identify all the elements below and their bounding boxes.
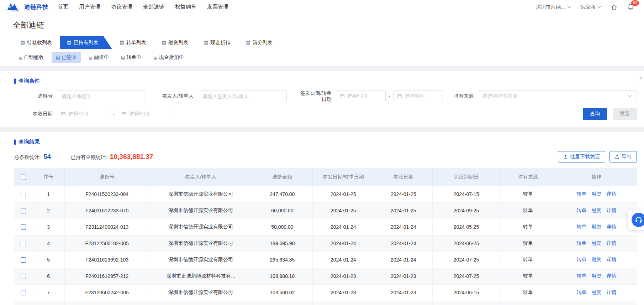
row-checkbox[interactable] [21,290,26,295]
finance-link[interactable]: 融资 [591,273,601,279]
results-panel: 查询结果 总条数统计: 54 已持有金额统计: 10,363,881.37 批量… [0,132,644,305]
reset-button[interactable]: 重置 [613,108,637,120]
transfer-link[interactable]: 转单 [576,240,586,246]
detail-link[interactable]: 详情 [606,240,616,246]
tab-transfer-list[interactable]: ▤ 转单列表 [112,36,154,49]
company-switcher[interactable]: 深圳市海纳... [536,4,571,10]
list-icon: ▤ [246,36,250,49]
menu-item-all-dilian[interactable]: 全部迪链 [143,4,164,10]
tab-financing-list[interactable]: ▤ 融资列表 [154,36,196,49]
issue-date-start-picker[interactable]: 选择时间 [336,90,386,102]
dilian-no-label: 迪链号 [14,93,53,99]
form-icon: ▤ [153,55,157,60]
menu-item-equity-car[interactable]: 权益购车 [175,4,196,10]
table-header-row: 序号 迪链号 签发人/转单人 迪链金额 签发日期/转单日期 签收日期 凭证到期日… [14,168,637,186]
brand-name: 迪链科技 [24,3,48,11]
tab-held-list[interactable]: ▤ 已持有列表 [60,36,112,49]
tab-cash-discount[interactable]: ▤ 现金折扣 [196,36,238,49]
detail-link[interactable]: 详情 [606,207,616,213]
transfer-link[interactable]: 转单 [576,224,586,229]
form-icon: ▤ [89,55,93,60]
form-icon: ▤ [121,55,125,60]
customer-service-widget[interactable] [628,210,644,230]
chevron-down-icon [567,6,571,8]
menu-item-invoice-management[interactable]: 发票管理 [207,4,228,10]
batch-download-button[interactable]: 批量下载凭证 [558,151,605,162]
finance-link[interactable]: 融资 [591,224,601,229]
detail-link[interactable]: 详情 [606,191,616,197]
finance-link[interactable]: 融资 [591,191,601,197]
calendar-icon [122,112,127,117]
table-row: 2 F24011612233-070 深圳市信德开源实业有限公司 60,000.… [14,202,637,219]
col-header-sign-date: 签收日期 [374,168,432,186]
list-icon: ▤ [67,36,71,49]
subtab-cash-discounting[interactable]: ▤ 现金折扣中 [149,52,188,63]
menu-item-home[interactable]: 首页 [58,4,68,10]
menu-item-user-management[interactable]: 用户管理 [79,4,100,10]
transfer-link[interactable]: 转单 [576,289,586,295]
section-separator [0,66,644,71]
calendar-icon [61,112,66,117]
finance-link[interactable]: 融资 [591,207,601,213]
sign-date-label: 签收日期 [14,111,53,117]
sign-date-start-picker[interactable]: 选择时间 [57,108,110,120]
menu-item-agreement-management[interactable]: 协议管理 [111,4,132,10]
collapse-arrow-icon[interactable] [638,77,643,82]
table-row: 3 F23112400024-013 深圳市信德开源实业有限公司 50,000.… [14,219,637,235]
issue-date-label: 签发日期/转单日期 [297,90,332,102]
section-separator [0,127,644,132]
row-checkbox[interactable] [21,224,26,230]
total-count-value: 54 [43,153,51,161]
status-subtabs: ▤ 自动签收 ▤ 已签收 ▤ 融资中 ▤ 转单中 ▤ 现金折扣中 [11,49,644,66]
top-navbar: 迪链科技 首页 用户管理 协议管理 全部迪链 权益购车 发票管理 深圳市海纳..… [0,0,644,14]
subtab-auto-signed[interactable]: ▤ 自动签收 [14,52,48,63]
notification-badge: 93 [631,0,639,6]
home-button[interactable] [611,4,618,11]
finance-link[interactable]: 融资 [591,257,601,262]
col-header-no: 序号 [32,168,65,186]
row-checkbox[interactable] [21,192,26,197]
subtab-transferring[interactable]: ▤ 转单中 [117,52,146,63]
query-section-title: 查询条件 [19,78,40,84]
detail-link[interactable]: 详情 [606,224,616,229]
list-tabs: ▤ 待签收列表 ▤ 已持有列表 ▤ 转单列表 ▤ 融资列表 ▤ 现金折扣 ▤ 清… [11,36,644,49]
search-button[interactable]: 查询 [583,108,607,120]
row-checkbox[interactable] [21,274,26,279]
finance-link[interactable]: 融资 [591,240,601,246]
subtab-financing[interactable]: ▤ 融资中 [84,52,113,63]
finance-link[interactable]: 融资 [591,289,601,295]
chevron-down-icon [628,95,632,98]
issue-date-end-picker[interactable]: 选择时间 [393,90,443,102]
company-name: 深圳市海纳... [536,4,565,10]
tab-pending-sign-list[interactable]: ▤ 待签收列表 [13,36,60,49]
transfer-link[interactable]: 转单 [576,191,586,197]
col-header-dilian-no: 迪链号 [65,168,149,186]
table-row: 5 F24011613692-103 深圳市信德开源实业有限公司 295,634… [14,252,637,268]
held-amount-value: 10,363,881.37 [110,153,153,161]
select-all-checkbox[interactable] [21,175,26,180]
notifications-button[interactable]: 93 [627,3,634,11]
sign-date-end-picker[interactable]: 选择时间 [118,108,171,120]
role-switcher[interactable]: 供应商 [580,4,601,10]
row-checkbox[interactable] [21,241,26,246]
hold-source-select[interactable]: 请选择持有来源 [478,90,637,102]
transfer-link[interactable]: 转单 [576,257,586,262]
export-button[interactable]: 导出 [609,151,637,162]
issuer-input[interactable] [198,90,287,102]
row-checkbox[interactable] [21,257,26,263]
detail-link[interactable]: 详情 [606,273,616,279]
results-section-title: 查询结果 [19,139,40,145]
app-logo-icon [5,2,21,12]
customer-service-icon [632,213,644,227]
detail-link[interactable]: 详情 [606,289,616,295]
tab-clearing-list[interactable]: ▤ 清分列表 [238,36,280,49]
transfer-link[interactable]: 转单 [576,207,586,213]
subtab-signed[interactable]: ▤ 已签收 [52,52,80,63]
dilian-no-input[interactable] [57,90,146,102]
row-checkbox[interactable] [21,208,26,213]
table-row: 1 F24011500233-004 深圳市信德开源实业有限公司 247,470… [14,186,637,202]
detail-link[interactable]: 详情 [606,257,616,262]
transfer-link[interactable]: 转单 [576,273,586,279]
col-header-issue-date: 签发日期/转单日期 [312,168,374,186]
held-amount-stat: 已持有金额统计: 10,363,881.37 [71,153,153,161]
